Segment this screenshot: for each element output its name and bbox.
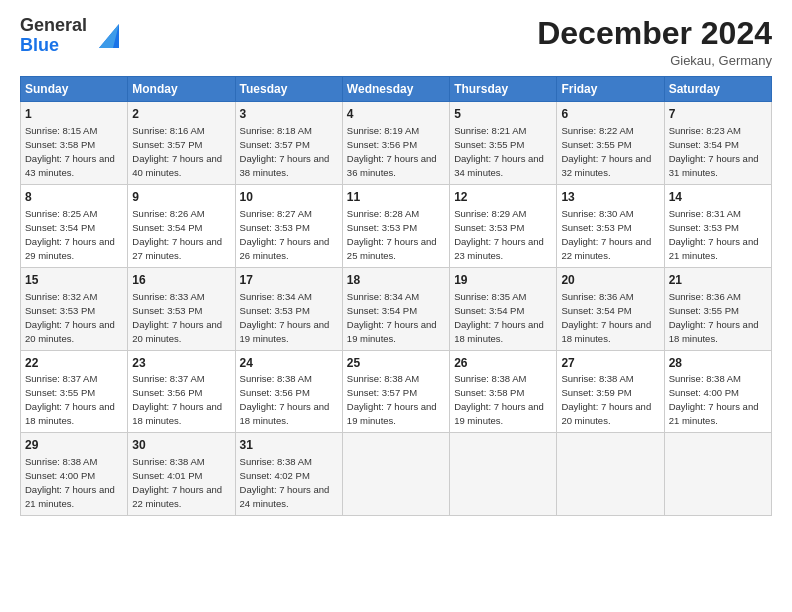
day-number: 24 [240, 355, 338, 372]
day-info: Sunrise: 8:25 AMSunset: 3:54 PMDaylight:… [25, 208, 115, 261]
weekday-header: Saturday [664, 77, 771, 102]
calendar-cell: 3Sunrise: 8:18 AMSunset: 3:57 PMDaylight… [235, 102, 342, 185]
weekday-header: Sunday [21, 77, 128, 102]
day-number: 21 [669, 272, 767, 289]
calendar-cell: 16Sunrise: 8:33 AMSunset: 3:53 PMDayligh… [128, 267, 235, 350]
calendar-table: SundayMondayTuesdayWednesdayThursdayFrid… [20, 76, 772, 516]
day-number: 6 [561, 106, 659, 123]
location: Giekau, Germany [537, 53, 772, 68]
calendar-cell [664, 433, 771, 516]
day-number: 4 [347, 106, 445, 123]
day-number: 28 [669, 355, 767, 372]
day-info: Sunrise: 8:38 AMSunset: 3:58 PMDaylight:… [454, 373, 544, 426]
calendar-header: SundayMondayTuesdayWednesdayThursdayFrid… [21, 77, 772, 102]
title-block: December 2024 Giekau, Germany [537, 16, 772, 68]
day-number: 11 [347, 189, 445, 206]
calendar-cell: 1Sunrise: 8:15 AMSunset: 3:58 PMDaylight… [21, 102, 128, 185]
day-info: Sunrise: 8:38 AMSunset: 4:00 PMDaylight:… [25, 456, 115, 509]
calendar-cell: 14Sunrise: 8:31 AMSunset: 3:53 PMDayligh… [664, 184, 771, 267]
day-number: 27 [561, 355, 659, 372]
day-number: 12 [454, 189, 552, 206]
calendar-cell: 20Sunrise: 8:36 AMSunset: 3:54 PMDayligh… [557, 267, 664, 350]
day-info: Sunrise: 8:31 AMSunset: 3:53 PMDaylight:… [669, 208, 759, 261]
day-info: Sunrise: 8:36 AMSunset: 3:55 PMDaylight:… [669, 291, 759, 344]
calendar-week-row: 8Sunrise: 8:25 AMSunset: 3:54 PMDaylight… [21, 184, 772, 267]
day-info: Sunrise: 8:18 AMSunset: 3:57 PMDaylight:… [240, 125, 330, 178]
header: General Blue December 2024 Giekau, Germa… [20, 16, 772, 68]
calendar-cell [557, 433, 664, 516]
day-info: Sunrise: 8:26 AMSunset: 3:54 PMDaylight:… [132, 208, 222, 261]
day-info: Sunrise: 8:21 AMSunset: 3:55 PMDaylight:… [454, 125, 544, 178]
calendar-cell: 6Sunrise: 8:22 AMSunset: 3:55 PMDaylight… [557, 102, 664, 185]
calendar-cell: 19Sunrise: 8:35 AMSunset: 3:54 PMDayligh… [450, 267, 557, 350]
day-info: Sunrise: 8:15 AMSunset: 3:58 PMDaylight:… [25, 125, 115, 178]
calendar-cell: 21Sunrise: 8:36 AMSunset: 3:55 PMDayligh… [664, 267, 771, 350]
month-title: December 2024 [537, 16, 772, 51]
day-number: 7 [669, 106, 767, 123]
calendar-cell: 18Sunrise: 8:34 AMSunset: 3:54 PMDayligh… [342, 267, 449, 350]
calendar-cell: 2Sunrise: 8:16 AMSunset: 3:57 PMDaylight… [128, 102, 235, 185]
day-number: 9 [132, 189, 230, 206]
calendar-cell: 4Sunrise: 8:19 AMSunset: 3:56 PMDaylight… [342, 102, 449, 185]
day-info: Sunrise: 8:29 AMSunset: 3:53 PMDaylight:… [454, 208, 544, 261]
weekday-row: SundayMondayTuesdayWednesdayThursdayFrid… [21, 77, 772, 102]
day-info: Sunrise: 8:38 AMSunset: 3:57 PMDaylight:… [347, 373, 437, 426]
day-info: Sunrise: 8:38 AMSunset: 4:02 PMDaylight:… [240, 456, 330, 509]
day-info: Sunrise: 8:38 AMSunset: 4:00 PMDaylight:… [669, 373, 759, 426]
day-number: 8 [25, 189, 123, 206]
day-info: Sunrise: 8:35 AMSunset: 3:54 PMDaylight:… [454, 291, 544, 344]
day-number: 19 [454, 272, 552, 289]
day-number: 20 [561, 272, 659, 289]
day-number: 26 [454, 355, 552, 372]
calendar-cell: 30Sunrise: 8:38 AMSunset: 4:01 PMDayligh… [128, 433, 235, 516]
day-info: Sunrise: 8:33 AMSunset: 3:53 PMDaylight:… [132, 291, 222, 344]
calendar-cell: 5Sunrise: 8:21 AMSunset: 3:55 PMDaylight… [450, 102, 557, 185]
calendar-cell: 27Sunrise: 8:38 AMSunset: 3:59 PMDayligh… [557, 350, 664, 433]
calendar-cell: 15Sunrise: 8:32 AMSunset: 3:53 PMDayligh… [21, 267, 128, 350]
day-number: 17 [240, 272, 338, 289]
day-info: Sunrise: 8:38 AMSunset: 4:01 PMDaylight:… [132, 456, 222, 509]
calendar-week-row: 1Sunrise: 8:15 AMSunset: 3:58 PMDaylight… [21, 102, 772, 185]
day-info: Sunrise: 8:37 AMSunset: 3:56 PMDaylight:… [132, 373, 222, 426]
day-number: 31 [240, 437, 338, 454]
day-number: 13 [561, 189, 659, 206]
day-number: 22 [25, 355, 123, 372]
day-info: Sunrise: 8:27 AMSunset: 3:53 PMDaylight:… [240, 208, 330, 261]
day-number: 15 [25, 272, 123, 289]
day-number: 14 [669, 189, 767, 206]
day-info: Sunrise: 8:16 AMSunset: 3:57 PMDaylight:… [132, 125, 222, 178]
calendar-cell: 12Sunrise: 8:29 AMSunset: 3:53 PMDayligh… [450, 184, 557, 267]
day-info: Sunrise: 8:22 AMSunset: 3:55 PMDaylight:… [561, 125, 651, 178]
day-number: 2 [132, 106, 230, 123]
calendar-cell: 28Sunrise: 8:38 AMSunset: 4:00 PMDayligh… [664, 350, 771, 433]
day-number: 1 [25, 106, 123, 123]
calendar-cell: 26Sunrise: 8:38 AMSunset: 3:58 PMDayligh… [450, 350, 557, 433]
day-number: 30 [132, 437, 230, 454]
day-info: Sunrise: 8:32 AMSunset: 3:53 PMDaylight:… [25, 291, 115, 344]
day-number: 23 [132, 355, 230, 372]
calendar-cell: 13Sunrise: 8:30 AMSunset: 3:53 PMDayligh… [557, 184, 664, 267]
weekday-header: Monday [128, 77, 235, 102]
calendar-cell: 23Sunrise: 8:37 AMSunset: 3:56 PMDayligh… [128, 350, 235, 433]
day-info: Sunrise: 8:38 AMSunset: 3:56 PMDaylight:… [240, 373, 330, 426]
day-info: Sunrise: 8:34 AMSunset: 3:53 PMDaylight:… [240, 291, 330, 344]
calendar-cell [342, 433, 449, 516]
calendar-week-row: 15Sunrise: 8:32 AMSunset: 3:53 PMDayligh… [21, 267, 772, 350]
day-info: Sunrise: 8:37 AMSunset: 3:55 PMDaylight:… [25, 373, 115, 426]
calendar-cell: 22Sunrise: 8:37 AMSunset: 3:55 PMDayligh… [21, 350, 128, 433]
day-number: 3 [240, 106, 338, 123]
weekday-header: Tuesday [235, 77, 342, 102]
day-info: Sunrise: 8:36 AMSunset: 3:54 PMDaylight:… [561, 291, 651, 344]
calendar-cell: 31Sunrise: 8:38 AMSunset: 4:02 PMDayligh… [235, 433, 342, 516]
day-info: Sunrise: 8:34 AMSunset: 3:54 PMDaylight:… [347, 291, 437, 344]
day-number: 16 [132, 272, 230, 289]
logo: General Blue [20, 16, 123, 56]
logo-blue: Blue [20, 36, 87, 56]
calendar-cell: 8Sunrise: 8:25 AMSunset: 3:54 PMDaylight… [21, 184, 128, 267]
day-number: 10 [240, 189, 338, 206]
calendar-week-row: 29Sunrise: 8:38 AMSunset: 4:00 PMDayligh… [21, 433, 772, 516]
weekday-header: Friday [557, 77, 664, 102]
calendar-cell: 11Sunrise: 8:28 AMSunset: 3:53 PMDayligh… [342, 184, 449, 267]
calendar-cell: 24Sunrise: 8:38 AMSunset: 3:56 PMDayligh… [235, 350, 342, 433]
day-number: 25 [347, 355, 445, 372]
